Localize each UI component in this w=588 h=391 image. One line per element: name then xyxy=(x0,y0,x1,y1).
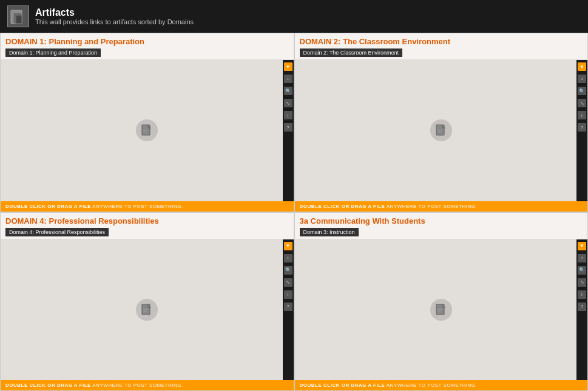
panel-domain4-title: DOMAIN 4: Professional Responsibilities xyxy=(5,216,289,226)
svg-rect-5 xyxy=(143,132,147,132)
svg-rect-4 xyxy=(143,130,148,130)
svg-rect-13 xyxy=(438,309,442,310)
svg-rect-2 xyxy=(16,15,22,24)
panel-domain4-subtitle: Domain 4: Professional Responsibilities xyxy=(5,228,109,236)
footer-normal-domain2: ANYWHERE TO POST SOMETHING. xyxy=(385,204,477,209)
toolbar-help-2[interactable]: ? xyxy=(578,123,586,132)
app-title: Artifacts xyxy=(35,7,194,18)
panel-3a-toolbar: ▼ + 🔍 ⤡ i ? xyxy=(576,239,587,381)
toolbar-arrow-down-4[interactable]: ▼ xyxy=(578,242,586,250)
panel-domain2-subtitle: Domain 2: The Classroom Environment xyxy=(300,48,402,57)
panel-domain1-subtitle: Domain 1: Planning and Preparation xyxy=(5,48,101,57)
panel-domain1-toolbar: ▼ + 🔍 ⤡ i ? xyxy=(283,60,294,201)
toolbar-plus-4[interactable]: + xyxy=(578,254,586,262)
toolbar-search[interactable]: 🔍 xyxy=(284,87,292,95)
panel-3a-title: 3a Communicating With Students xyxy=(300,216,583,226)
panel-3a-body[interactable]: ▼ + 🔍 ⤡ i ? xyxy=(295,239,588,381)
toolbar-plus-3[interactable]: + xyxy=(284,254,292,262)
toolbar-info[interactable]: i xyxy=(284,111,292,119)
panel-domain4-footer[interactable]: DOUBLE CLICK OR DRAG A FILE ANYWHERE TO … xyxy=(1,380,294,390)
panel-domain1: DOMAIN 1: Planning and Preparation Domai… xyxy=(0,33,294,212)
panel-domain2-toolbar: ▼ + 🔍 ⤡ i ? xyxy=(576,60,587,201)
panel-3a-header: 3a Communicating With Students Domain 3:… xyxy=(295,213,588,239)
panel-domain4: DOMAIN 4: Professional Responsibilities … xyxy=(0,212,294,392)
header-text: Artifacts This wall provides links to ar… xyxy=(35,7,194,25)
panel-3a-subtitle: Domain 3: Instruction xyxy=(300,228,359,236)
app-icon xyxy=(7,5,29,27)
panel-domain2-body[interactable]: ▼ + 🔍 ⤡ i ? xyxy=(295,60,588,201)
toolbar-plus-2[interactable]: + xyxy=(578,75,586,83)
toolbar-plus[interactable]: + xyxy=(284,75,292,83)
toolbar-search-4[interactable]: 🔍 xyxy=(578,266,586,275)
panel-domain4-body[interactable]: ▼ + 🔍 ⤡ i ? xyxy=(1,239,294,381)
toolbar-arrow-down[interactable]: ▼ xyxy=(284,62,292,71)
panel-domain2-footer[interactable]: DOUBLE CLICK OR DRAG A FILE ANYWHERE TO … xyxy=(295,201,588,212)
toolbar-search-3[interactable]: 🔍 xyxy=(284,266,292,275)
panel-domain4-toolbar: ▼ + 🔍 ⤡ i ? xyxy=(283,239,294,381)
panel-domain2-title: DOMAIN 2: The Classroom Environment xyxy=(300,37,583,46)
svg-rect-11 xyxy=(143,311,147,312)
toolbar-help-4[interactable]: ? xyxy=(578,302,586,311)
panel-domain1-header: DOMAIN 1: Planning and Preparation Domai… xyxy=(1,33,294,60)
panel-domain1-body[interactable]: ▼ + 🔍 ⤡ i ? xyxy=(1,60,294,201)
footer-bold-domain4: DOUBLE CLICK OR DRAG A FILE xyxy=(5,383,91,388)
file-icon-domain4 xyxy=(136,299,158,321)
file-icon-3a xyxy=(430,299,452,321)
panel-3a-footer[interactable]: DOUBLE CLICK OR DRAG A FILE ANYWHERE TO … xyxy=(295,380,588,390)
file-icon-domain2 xyxy=(430,119,452,141)
toolbar-info-2[interactable]: i xyxy=(578,111,586,119)
file-icon-domain1 xyxy=(136,119,158,141)
toolbar-resize-3[interactable]: ⤡ xyxy=(284,278,292,287)
toolbar-arrow-down-3[interactable]: ▼ xyxy=(284,242,292,250)
panel-domain4-header: DOMAIN 4: Professional Responsibilities … xyxy=(1,213,294,239)
app-header: Artifacts This wall provides links to ar… xyxy=(0,0,588,33)
svg-rect-8 xyxy=(438,132,441,132)
svg-rect-14 xyxy=(438,311,441,312)
toolbar-resize-2[interactable]: ⤡ xyxy=(578,99,586,107)
toolbar-help-3[interactable]: ? xyxy=(284,302,292,311)
footer-bold-domain2: DOUBLE CLICK OR DRAG A FILE xyxy=(300,204,385,209)
footer-normal-domain4: ANYWHERE TO POST SOMETHING. xyxy=(91,383,183,388)
app-subtitle: This wall provides links to artifacts so… xyxy=(35,18,194,25)
toolbar-info-4[interactable]: i xyxy=(578,290,586,299)
panel-domain1-title: DOMAIN 1: Planning and Preparation xyxy=(5,37,289,46)
toolbar-resize[interactable]: ⤡ xyxy=(284,99,292,107)
panel-domain1-footer[interactable]: DOUBLE CLICK OR DRAG A FILE ANYWHERE TO … xyxy=(1,201,294,212)
panel-3a: 3a Communicating With Students Domain 3:… xyxy=(294,212,589,392)
footer-bold-domain1: DOUBLE CLICK OR DRAG A FILE xyxy=(5,204,91,209)
toolbar-search-2[interactable]: 🔍 xyxy=(578,87,586,95)
footer-bold-3a: DOUBLE CLICK OR DRAG A FILE xyxy=(300,383,385,388)
toolbar-arrow-down-2[interactable]: ▼ xyxy=(578,62,586,71)
svg-rect-10 xyxy=(143,309,148,310)
toolbar-info-3[interactable]: i xyxy=(284,290,292,299)
footer-normal-3a: ANYWHERE TO POST SOMETHING. xyxy=(385,383,477,388)
panel-domain2: DOMAIN 2: The Classroom Environment Doma… xyxy=(294,33,589,212)
panel-domain2-header: DOMAIN 2: The Classroom Environment Doma… xyxy=(295,33,588,60)
panels-grid: DOMAIN 1: Planning and Preparation Domai… xyxy=(0,33,588,391)
toolbar-resize-4[interactable]: ⤡ xyxy=(578,278,586,287)
toolbar-help[interactable]: ? xyxy=(284,123,292,132)
footer-normal-domain1: ANYWHERE TO POST SOMETHING. xyxy=(91,204,183,209)
svg-rect-7 xyxy=(438,130,442,130)
